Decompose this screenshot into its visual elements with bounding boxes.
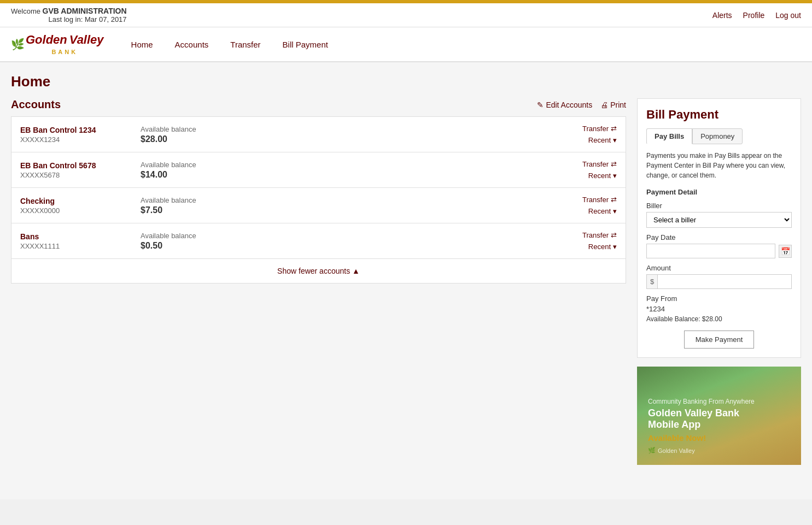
bill-payment-info-text: Payments you make in Pay Bills appear on… <box>646 151 792 180</box>
transfer-label: Transfer <box>582 196 609 204</box>
print-icon: 🖨 <box>600 101 608 109</box>
logout-link[interactable]: Log out <box>775 11 801 20</box>
calendar-icon[interactable]: 📅 <box>779 245 792 258</box>
banner-available: Available Now! <box>648 433 790 443</box>
account-number: XXXXX1234 <box>20 135 141 144</box>
account-balance-area: Available balance $14.00 <box>141 161 562 180</box>
transfer-icon: ⇄ <box>611 160 617 168</box>
amount-input[interactable] <box>658 275 791 288</box>
bill-payment-tabs: Pay Bills Popmoney <box>646 128 792 144</box>
account-name[interactable]: EB Ban Control 1234 <box>20 126 141 134</box>
banner-subtitle: Community Banking From Anywhere <box>648 398 790 405</box>
left-panel: Accounts ✎ Edit Accounts 🖨 Print <box>11 98 626 465</box>
show-fewer-link[interactable]: Show fewer accounts ▲ <box>277 267 360 275</box>
banner-logo-leaf-icon: 🌿 <box>648 447 656 454</box>
account-row-actions: Transfer ⇄ Recent ▾ <box>562 125 617 144</box>
bill-payment-panel: Bill Payment Pay Bills Popmoney Payments… <box>637 98 801 358</box>
page-title: Home <box>11 73 801 90</box>
balance-amount: $0.50 <box>141 241 562 251</box>
chevron-down-icon: ▾ <box>613 172 617 180</box>
tab-popmoney[interactable]: Popmoney <box>692 128 743 144</box>
account-name[interactable]: Bans <box>20 232 141 241</box>
account-name[interactable]: EB Ban Control 5678 <box>20 161 141 170</box>
edit-icon: ✎ <box>537 101 544 109</box>
welcome-label: Welcome <box>11 7 40 15</box>
mobile-app-banner: Community Banking From Anywhere Golden V… <box>637 367 801 465</box>
recent-link-1[interactable]: Recent ▾ <box>588 172 617 180</box>
accounts-table: EB Ban Control 1234 XXXXX1234 Available … <box>11 116 626 259</box>
show-fewer-label: Show fewer accounts <box>277 267 350 275</box>
account-name[interactable]: Checking <box>20 197 141 205</box>
chevron-down-icon: ▾ <box>613 243 617 251</box>
logo-golden-text: Golden <box>26 33 67 47</box>
banner-title: Golden Valley BankMobile App <box>648 408 790 431</box>
tab-pay-bills[interactable]: Pay Bills <box>646 128 692 144</box>
recent-label: Recent <box>588 136 611 144</box>
make-payment-button[interactable]: Make Payment <box>684 331 755 349</box>
account-row-actions: Transfer ⇄ Recent ▾ <box>562 160 617 180</box>
payment-detail-label: Payment Detail <box>646 188 792 196</box>
account-info: Bans XXXXX1111 <box>20 232 141 250</box>
transfer-label: Transfer <box>582 160 609 168</box>
transfer-icon: ⇄ <box>611 125 617 133</box>
table-row: Checking XXXXX0000 Available balance $7.… <box>11 188 626 223</box>
pay-date-label: Pay Date <box>646 233 792 241</box>
pay-from-field: Pay From *1234 Available Balance: $28.00 <box>646 294 792 323</box>
recent-label: Recent <box>588 243 611 251</box>
chevron-down-icon: ▾ <box>613 136 617 144</box>
accounts-title: Accounts <box>11 98 537 111</box>
accounts-header: Accounts ✎ Edit Accounts 🖨 Print <box>11 98 626 111</box>
accounts-actions: ✎ Edit Accounts 🖨 Print <box>537 101 626 109</box>
balance-amount: $14.00 <box>141 170 562 180</box>
biller-select[interactable]: Select a biller <box>646 212 792 228</box>
account-info: EB Ban Control 5678 XXXXX5678 <box>20 161 141 179</box>
table-row: Bans XXXXX1111 Available balance $0.50 T… <box>11 223 626 258</box>
balance-amount: $28.00 <box>141 134 562 144</box>
right-panel: Bill Payment Pay Bills Popmoney Payments… <box>637 98 801 465</box>
account-balance-area: Available balance $28.00 <box>141 125 562 144</box>
logo-leaf-icon: 🌿 <box>11 38 25 51</box>
transfer-label: Transfer <box>582 125 609 133</box>
table-row: EB Ban Control 5678 XXXXX5678 Available … <box>11 152 626 188</box>
pay-date-input[interactable] <box>646 244 775 258</box>
recent-link-2[interactable]: Recent ▾ <box>588 207 617 215</box>
header-nav: 🌿 Golden Valley BANK Home Accounts Trans… <box>0 27 812 62</box>
logo: 🌿 Golden Valley BANK <box>11 33 104 56</box>
biller-label: Biller <box>646 202 792 210</box>
main-content: Home Accounts ✎ Edit Accounts 🖨 Print <box>0 62 812 499</box>
last-login-date: Mar 07, 2017 <box>85 15 127 23</box>
nav-transfer[interactable]: Transfer <box>219 36 271 54</box>
account-number: XXXXX5678 <box>20 171 141 179</box>
balance-label: Available balance <box>141 196 562 204</box>
show-fewer-section: Show fewer accounts ▲ <box>11 259 626 284</box>
recent-link-3[interactable]: Recent ▾ <box>588 243 617 251</box>
transfer-link-1[interactable]: Transfer ⇄ <box>582 160 617 168</box>
banner-logo-text: Golden Valley <box>658 447 695 454</box>
print-link[interactable]: 🖨 Print <box>600 101 626 109</box>
balance-label: Available balance <box>141 232 562 240</box>
alerts-link[interactable]: Alerts <box>712 11 732 20</box>
account-balance-area: Available balance $0.50 <box>141 232 562 251</box>
transfer-link-0[interactable]: Transfer ⇄ <box>582 125 617 133</box>
pay-date-input-row: 📅 <box>646 244 792 258</box>
account-row-actions: Transfer ⇄ Recent ▾ <box>562 231 617 251</box>
profile-link[interactable]: Profile <box>743 11 765 20</box>
table-row: EB Ban Control 1234 XXXXX1234 Available … <box>11 117 626 152</box>
account-balance-area: Available balance $7.50 <box>141 196 562 215</box>
account-row-actions: Transfer ⇄ Recent ▾ <box>562 196 617 215</box>
edit-accounts-link[interactable]: ✎ Edit Accounts <box>537 101 592 109</box>
amount-prefix: $ <box>647 275 658 288</box>
pay-from-label: Pay From <box>646 294 792 303</box>
logo-valley-text: Valley <box>69 33 104 47</box>
nav-bill-payment[interactable]: Bill Payment <box>272 36 339 54</box>
amount-field: Amount $ <box>646 264 792 289</box>
transfer-link-2[interactable]: Transfer ⇄ <box>582 196 617 204</box>
edit-accounts-label: Edit Accounts <box>546 101 592 109</box>
transfer-link-3[interactable]: Transfer ⇄ <box>582 231 617 239</box>
nav-home[interactable]: Home <box>120 36 164 54</box>
nav-accounts[interactable]: Accounts <box>164 36 220 54</box>
transfer-icon: ⇄ <box>611 231 617 239</box>
available-balance-label: Available Balance: <box>646 315 700 323</box>
amount-input-wrap: $ <box>646 274 792 289</box>
recent-link-0[interactable]: Recent ▾ <box>588 136 617 144</box>
